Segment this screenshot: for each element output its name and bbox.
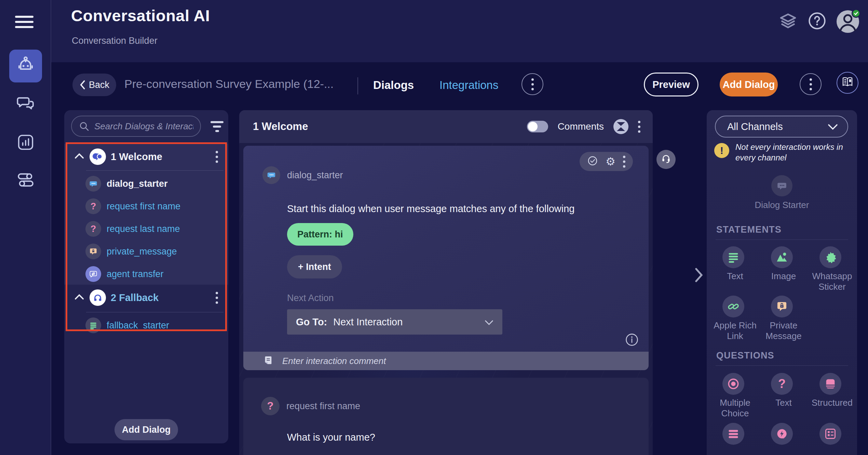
dialog-canvas: 1 Welcome Comments ⚙ dialog_starter bbox=[239, 110, 653, 455]
list-picker-icon bbox=[722, 423, 744, 445]
pattern-chip[interactable]: Pattern: hi bbox=[287, 223, 353, 246]
palette-item-private-message[interactable] bbox=[771, 296, 793, 317]
interaction-card-dialog-starter[interactable]: ⚙ dialog_starter Start this dialog when … bbox=[243, 146, 649, 370]
tree-item-label: request last name bbox=[107, 224, 180, 234]
add-dialog-label: Add Dialog bbox=[122, 425, 171, 435]
chevron-up-icon[interactable] bbox=[74, 153, 84, 160]
tree-item-request-last-name[interactable]: ? request last name bbox=[64, 218, 228, 239]
canvas-body: ⚙ dialog_starter Start this dialog when … bbox=[239, 143, 653, 455]
panel-add-dialog-button[interactable]: Add Dialog bbox=[114, 419, 178, 440]
canvas-header: 1 Welcome Comments bbox=[239, 110, 653, 143]
preview-label: Preview bbox=[652, 79, 690, 90]
sidebar-item-analytics[interactable] bbox=[9, 127, 42, 159]
comments-toggle[interactable] bbox=[527, 121, 548, 132]
tree-item-private-message[interactable]: private_message bbox=[64, 241, 228, 262]
tree-item-dialog-starter[interactable]: dialog_starter bbox=[64, 173, 228, 194]
palette-item-text-question[interactable]: ? bbox=[771, 373, 793, 395]
question-icon: ? bbox=[85, 198, 101, 214]
add-dialog-button[interactable]: Add Dialog bbox=[720, 73, 778, 96]
palette-item-multiple-choice[interactable] bbox=[722, 373, 744, 395]
chevron-down-icon bbox=[485, 316, 493, 328]
kebab-icon[interactable] bbox=[216, 292, 218, 304]
back-button[interactable]: Back bbox=[72, 74, 116, 96]
tree-item-agent-transfer[interactable]: agent transfer bbox=[64, 263, 228, 285]
interaction-card-request-first-name[interactable]: ? request first name What is your name? bbox=[243, 378, 649, 455]
info-icon[interactable] bbox=[625, 333, 639, 348]
status-online-badge bbox=[852, 9, 860, 18]
validate-icon[interactable] bbox=[587, 155, 598, 168]
search-box[interactable] bbox=[71, 116, 201, 137]
palette-item-form-question[interactable] bbox=[819, 423, 841, 445]
palette-item-whatsapp-sticker[interactable] bbox=[819, 246, 841, 268]
palette-item-image-statement[interactable] bbox=[771, 246, 793, 268]
search-icon bbox=[79, 121, 90, 132]
palette-item-label: Text bbox=[758, 398, 809, 408]
bot-title: Pre-conversation Survey Example (12-... bbox=[124, 77, 334, 91]
tree-item-label: dialog_starter bbox=[107, 179, 168, 189]
next-action-label: Next Action bbox=[287, 293, 334, 303]
apple-rich-link-icon bbox=[722, 296, 744, 317]
analytics-icon bbox=[16, 133, 35, 153]
palette-item-apple-rich-link[interactable] bbox=[722, 296, 744, 317]
sidebar-item-preferences[interactable] bbox=[9, 164, 42, 197]
filter-icon[interactable] bbox=[211, 121, 223, 134]
collapse-panel-chevron[interactable] bbox=[694, 268, 704, 284]
channel-select[interactable]: All Channels bbox=[715, 116, 848, 138]
fallback-icon bbox=[90, 289, 106, 306]
palette-item-label: Whatsapp Sticker bbox=[806, 271, 857, 292]
sidebar-item-bot-builder[interactable] bbox=[9, 50, 42, 82]
hamburger-menu-icon[interactable] bbox=[15, 16, 33, 29]
preview-bot-button[interactable] bbox=[656, 150, 676, 169]
interaction-comment-bar[interactable]: Enter interaction comment bbox=[243, 352, 649, 370]
collapse-all-icon[interactable] bbox=[613, 119, 628, 134]
comment-placeholder: Enter interaction comment bbox=[282, 356, 386, 366]
bot-actions-menu-button[interactable] bbox=[521, 73, 543, 95]
more-options-menu-button[interactable] bbox=[800, 73, 822, 95]
tab-dialogs[interactable]: Dialogs bbox=[373, 79, 414, 92]
dialog-group-fallback[interactable]: 2 Fallback bbox=[64, 285, 228, 311]
image-statement-icon bbox=[771, 246, 793, 268]
welcome-dialog-icon bbox=[90, 148, 106, 165]
tab-integrations[interactable]: Integrations bbox=[439, 79, 498, 92]
tree-divider bbox=[86, 170, 223, 171]
tree-item-fallback-starter[interactable]: fallback_starter bbox=[64, 315, 228, 336]
kebab-icon[interactable] bbox=[623, 156, 625, 168]
fallback-starter-icon bbox=[85, 317, 101, 333]
whatsapp-sticker-icon bbox=[819, 246, 841, 268]
tree-item-request-first-name[interactable]: ? request first name bbox=[64, 196, 228, 217]
question-icon: ? bbox=[85, 221, 101, 237]
palette-item-label: Image bbox=[758, 271, 809, 282]
palette-item-text-statement[interactable] bbox=[722, 246, 744, 268]
palette-item-label: Apple Rich Link bbox=[709, 320, 761, 341]
palette-item-quick-reply[interactable] bbox=[771, 423, 793, 445]
dialogs-panel: 1 Welcome dialog_starter ? request first… bbox=[64, 110, 228, 443]
chevron-left-icon bbox=[79, 80, 85, 90]
palette-item-structured-question[interactable] bbox=[819, 373, 841, 395]
interaction-name-row: dialog_starter bbox=[262, 166, 343, 184]
app-rail bbox=[0, 0, 51, 455]
docs-button[interactable] bbox=[837, 72, 858, 94]
chevron-up-icon[interactable] bbox=[74, 294, 84, 301]
bot-icon bbox=[16, 55, 36, 77]
settings-gear-icon[interactable]: ⚙ bbox=[606, 156, 615, 167]
palette-item-list-picker[interactable] bbox=[722, 423, 744, 445]
kebab-icon[interactable] bbox=[638, 121, 640, 133]
add-intent-button[interactable]: + Intent bbox=[287, 255, 342, 278]
starter-instruction-text: Start this dialog when user message matc… bbox=[287, 203, 574, 214]
private-message-icon bbox=[85, 244, 101, 259]
avatar[interactable] bbox=[837, 10, 859, 33]
toolbar-divider bbox=[357, 77, 358, 94]
goto-value: Next Interaction bbox=[333, 316, 403, 328]
structured-question-icon bbox=[819, 373, 841, 395]
sidebar-item-conversations[interactable] bbox=[9, 88, 42, 120]
search-input[interactable] bbox=[94, 121, 200, 132]
pattern-chip-label: Pattern: hi bbox=[297, 229, 343, 240]
question-icon: ? bbox=[261, 397, 280, 415]
kebab-icon[interactable] bbox=[216, 151, 218, 163]
layers-icon[interactable] bbox=[778, 11, 798, 32]
preview-button[interactable]: Preview bbox=[644, 73, 699, 96]
dialog-group-welcome[interactable]: 1 Welcome bbox=[64, 144, 228, 170]
goto-select[interactable]: Go To: Next Interaction bbox=[287, 309, 502, 335]
help-icon[interactable] bbox=[807, 11, 827, 32]
form-question-icon bbox=[819, 423, 841, 445]
